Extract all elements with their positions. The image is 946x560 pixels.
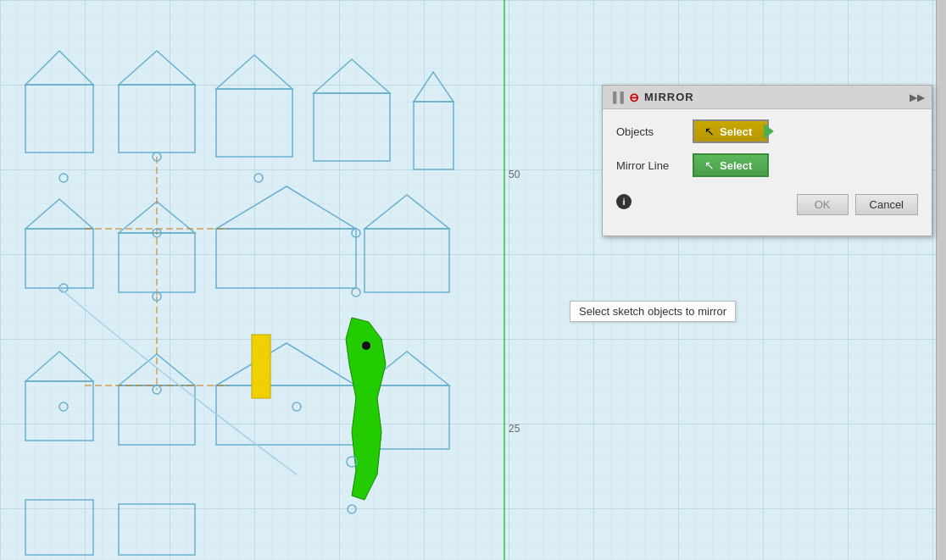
collapse-icon[interactable]: ⊖	[629, 91, 639, 104]
panel-title: MIRROR	[644, 91, 694, 103]
objects-select-button[interactable]: ↖ Select	[693, 119, 769, 143]
mirror-line-row: Mirror Line ↖ Select	[616, 153, 918, 177]
right-panel-strip	[936, 0, 946, 560]
objects-label: Objects	[616, 125, 693, 138]
mirror-panel: ▐▐ ⊖ MIRROR ▶▶ Objects ↖ Select Mirror L…	[602, 85, 932, 236]
objects-row: Objects ↖ Select	[616, 119, 918, 143]
info-section: i	[616, 194, 632, 209]
panel-body: Objects ↖ Select Mirror Line ↖ Select i …	[603, 109, 932, 236]
info-icon[interactable]: i	[616, 194, 632, 209]
mirror-line-select-button[interactable]: ↖ Select	[693, 153, 769, 177]
svg-text:25: 25	[509, 423, 520, 435]
cursor-icon: ↖	[704, 125, 715, 138]
ok-cancel-buttons: OK Cancel	[797, 194, 918, 215]
forward-arrows-icon[interactable]: ▶▶	[910, 91, 925, 103]
svg-text:50: 50	[509, 169, 520, 180]
svg-point-50	[362, 341, 370, 350]
objects-select-label: Select	[720, 125, 752, 138]
panel-header[interactable]: ▐▐ ⊖ MIRROR ▶▶	[603, 86, 932, 109]
instruction-text: Select sketch objects to mirror	[579, 305, 726, 318]
action-buttons-row: i OK Cancel	[616, 187, 918, 215]
active-notch	[764, 124, 774, 139]
instruction-tooltip: Select sketch objects to mirror	[570, 301, 736, 322]
drag-handle-icon: ▐▐	[609, 91, 624, 103]
ok-button[interactable]: OK	[797, 194, 849, 215]
mirror-line-label: Mirror Line	[616, 159, 693, 172]
mirror-line-select-label: Select	[720, 159, 752, 172]
svg-rect-49	[252, 335, 270, 398]
cancel-button[interactable]: Cancel	[855, 194, 918, 215]
mirror-cursor-icon: ↖	[704, 158, 715, 172]
